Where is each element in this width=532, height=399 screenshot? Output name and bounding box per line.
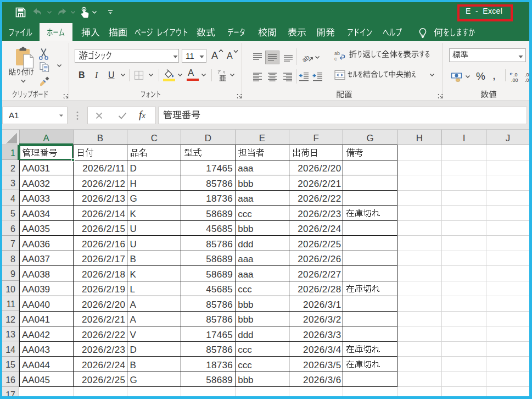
svg-text:G: G: [366, 133, 373, 143]
svg-text:c: c: [334, 56, 337, 62]
svg-text:13: 13: [5, 330, 15, 339]
svg-text:AA032: AA032: [22, 179, 50, 189]
svg-text:aaa: aaa: [238, 193, 254, 204]
svg-text:AA043: AA043: [22, 345, 50, 355]
svg-text:ddd: ddd: [238, 239, 253, 250]
svg-text:2026/2/22: 2026/2/22: [82, 330, 125, 340]
svg-text:85786: 85786: [206, 345, 233, 355]
svg-text:F: F: [313, 133, 318, 143]
svg-text:2026/2/21: 2026/2/21: [298, 179, 341, 189]
svg-text:45685: 45685: [206, 224, 233, 234]
svg-text:12: 12: [5, 315, 15, 324]
svg-text:2026/2/20: 2026/2/20: [82, 300, 125, 310]
svg-text:2026/2/21: 2026/2/21: [82, 314, 125, 325]
svg-text:2026/3/5: 2026/3/5: [303, 360, 341, 370]
svg-text:aaa: aaa: [238, 269, 254, 280]
svg-text:.0: .0: [513, 72, 518, 77]
svg-text:A: A: [43, 133, 50, 143]
svg-text:AA045: AA045: [22, 375, 50, 385]
svg-text:14: 14: [5, 345, 15, 354]
svg-text:2026/2/16: 2026/2/16: [82, 239, 125, 250]
svg-text:bbb: bbb: [238, 300, 253, 310]
svg-text:AA044: AA044: [22, 360, 50, 370]
svg-text:ab: ab: [301, 53, 311, 63]
svg-text:2026/2/19: 2026/2/19: [82, 284, 125, 295]
svg-text:17465: 17465: [206, 330, 233, 340]
svg-text:58689: 58689: [206, 209, 233, 219]
svg-text:D: D: [130, 163, 137, 174]
svg-text:U: U: [130, 224, 137, 234]
svg-text:L: L: [130, 284, 135, 295]
svg-text:U: U: [130, 239, 137, 250]
svg-text:2: 2: [10, 164, 15, 173]
svg-text:1: 1: [10, 148, 15, 158]
svg-text:A: A: [130, 300, 137, 310]
svg-text:15: 15: [5, 360, 15, 369]
svg-text:2026/2/25: 2026/2/25: [82, 375, 125, 385]
svg-text:V: V: [130, 330, 137, 340]
svg-text:ccc: ccc: [238, 209, 252, 219]
svg-text:10: 10: [5, 285, 15, 294]
svg-text:AA031: AA031: [22, 163, 50, 174]
svg-text:I: I: [463, 133, 466, 143]
svg-text:ccc: ccc: [238, 360, 252, 370]
svg-text:AA036: AA036: [22, 239, 50, 250]
svg-text:85786: 85786: [206, 300, 233, 310]
svg-text:2026/2/14: 2026/2/14: [82, 209, 125, 219]
svg-text:2026/2/28: 2026/2/28: [298, 284, 341, 295]
svg-text:.0: .0: [525, 72, 529, 77]
svg-text:17465: 17465: [206, 163, 233, 174]
svg-text:85786: 85786: [206, 314, 233, 325]
svg-text:2026/2/17: 2026/2/17: [82, 254, 125, 264]
svg-text:2026/2/20: 2026/2/20: [298, 163, 341, 174]
svg-text:2026/2/26: 2026/2/26: [298, 254, 341, 264]
svg-text:2026/2/18: 2026/2/18: [82, 269, 125, 280]
svg-text:bbb: bbb: [238, 179, 253, 189]
svg-text:AA037: AA037: [22, 254, 50, 264]
svg-text:58689: 58689: [206, 269, 233, 280]
svg-text:AA040: AA040: [22, 300, 50, 310]
svg-text:ddd: ddd: [238, 330, 253, 340]
svg-text:2026/2/24: 2026/2/24: [298, 224, 341, 234]
svg-text:bbb: bbb: [238, 224, 253, 234]
svg-text:45685: 45685: [206, 284, 233, 295]
svg-text:C: C: [151, 133, 158, 143]
svg-text:5: 5: [10, 209, 15, 218]
svg-text:3: 3: [10, 179, 15, 188]
svg-text:AA041: AA041: [22, 314, 50, 325]
svg-text:AA038: AA038: [22, 269, 50, 280]
svg-text:.0: .0: [525, 77, 529, 82]
svg-text:18736: 18736: [206, 193, 233, 204]
svg-text:2026/2/12: 2026/2/12: [82, 179, 125, 189]
svg-text:AA042: AA042: [22, 330, 50, 340]
svg-text:2026/3/1: 2026/3/1: [303, 300, 341, 310]
svg-text:2026/3/6: 2026/3/6: [303, 375, 341, 385]
svg-text:58689: 58689: [206, 254, 233, 264]
svg-text:18736: 18736: [206, 360, 233, 370]
svg-text:16: 16: [5, 375, 15, 385]
svg-text:7: 7: [10, 239, 15, 248]
svg-text:2026/2/13: 2026/2/13: [82, 193, 125, 204]
svg-text:J: J: [506, 133, 511, 143]
svg-text:B: B: [130, 360, 136, 370]
svg-text:A: A: [130, 314, 137, 325]
svg-text:ab: ab: [334, 51, 340, 56]
svg-text:B: B: [130, 254, 136, 264]
svg-text:2026/3/2: 2026/3/2: [303, 314, 341, 325]
svg-text:K: K: [130, 269, 137, 280]
svg-text:AA034: AA034: [22, 209, 50, 219]
svg-text:2026/2/11: 2026/2/11: [82, 163, 125, 174]
svg-text:.00: .00: [511, 77, 518, 82]
svg-text:ccc: ccc: [238, 345, 252, 355]
svg-text:2026/2/25: 2026/2/25: [298, 239, 341, 250]
svg-text:H: H: [130, 179, 137, 189]
svg-text:AA035: AA035: [22, 224, 50, 234]
svg-text:aaa: aaa: [238, 254, 254, 264]
svg-text:2026/2/23: 2026/2/23: [82, 345, 125, 355]
svg-text:H: H: [416, 133, 423, 143]
svg-text:8: 8: [10, 254, 15, 264]
svg-text:AA039: AA039: [22, 284, 50, 295]
svg-text:85786: 85786: [206, 239, 233, 250]
svg-text:G: G: [130, 193, 137, 204]
svg-text:2026/2/24: 2026/2/24: [82, 360, 125, 370]
